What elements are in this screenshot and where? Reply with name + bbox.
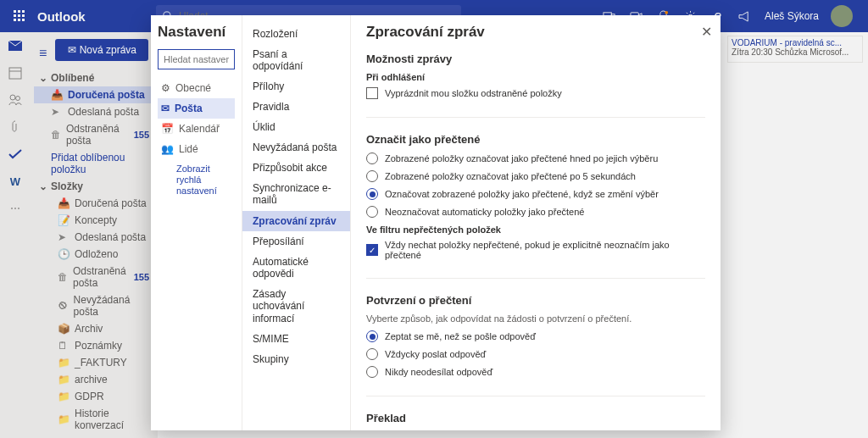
- section-head: Možnosti zprávy: [366, 53, 705, 65]
- empty-deleted-checkbox[interactable]: Vyprázdnit mou složku odstraněné položky: [366, 87, 705, 99]
- settings-search-input[interactable]: [158, 49, 235, 69]
- settings-category[interactable]: 📅Kalendář: [158, 119, 235, 139]
- settings-category[interactable]: 👥Lidé: [158, 139, 235, 159]
- settings-subcategory[interactable]: Zásady uchovávání informací: [242, 284, 350, 329]
- unread-filter-checkbox[interactable]: ✓Vždy nechat položky nepřečtené, pokud j…: [366, 240, 705, 260]
- settings-subcategory[interactable]: S/MIME: [242, 329, 350, 349]
- mark-read-option[interactable]: Zobrazené položky označovat jako přečten…: [366, 170, 705, 182]
- read-receipt-option[interactable]: Vždycky poslat odpověď: [366, 348, 705, 360]
- read-receipt-option[interactable]: Nikdy neodesílat odpověď: [366, 366, 705, 378]
- section-head: Označit jako přečtené: [366, 133, 705, 146]
- settings-subcategory[interactable]: Přeposílání: [242, 231, 350, 252]
- settings-subcategory[interactable]: Přizpůsobit akce: [242, 158, 350, 178]
- gear-icon: ⚙: [161, 82, 170, 94]
- section-head: Potvrzení o přečtení: [366, 294, 705, 307]
- settings-subcategory[interactable]: Zpracování zpráv: [242, 211, 350, 231]
- pane-title: Zpracování zpráv: [366, 24, 705, 41]
- settings-subcategory[interactable]: Skupiny: [242, 349, 350, 369]
- settings-subcategory[interactable]: Nevyžádaná pošta: [242, 137, 350, 158]
- mail-icon: ✉: [161, 103, 170, 114]
- people-icon: 👥: [161, 143, 174, 155]
- mark-read-option[interactable]: Označovat zobrazené položky jako přečten…: [366, 188, 705, 200]
- settings-dialog: Nastavení ⚙Obecné✉Pošta📅Kalendář👥Lidé Zo…: [151, 15, 721, 430]
- read-receipt-option[interactable]: Zeptat se mě, než se pošle odpověď: [366, 330, 705, 342]
- settings-subcategory[interactable]: Psaní a odpovídání: [242, 44, 350, 76]
- settings-category[interactable]: ✉Pošta: [158, 98, 235, 119]
- settings-subcategory[interactable]: Synchronizace e-mailů: [242, 178, 350, 211]
- calendar-icon: 📅: [161, 123, 174, 135]
- quick-settings-link[interactable]: Zobrazit rychlá nastavení: [158, 159, 235, 202]
- settings-subcategory[interactable]: Pravidla: [242, 97, 350, 117]
- settings-subcategory[interactable]: Úklid: [242, 117, 350, 137]
- settings-subcategory[interactable]: Rozložení: [242, 24, 350, 44]
- section-subhead: Ve filtru nepřečtených položek: [366, 225, 705, 235]
- close-icon[interactable]: ✕: [701, 24, 712, 40]
- mark-read-option[interactable]: Zobrazené položky označovat jako přečten…: [366, 152, 705, 164]
- mark-read-option[interactable]: Neoznačovat automaticky položky jako pře…: [366, 206, 705, 218]
- section-desc: Vyberte způsob, jak odpovídat na žádosti…: [366, 313, 705, 324]
- settings-subcategory[interactable]: Přílohy: [242, 76, 350, 97]
- section-head: Překlad: [366, 412, 705, 424]
- settings-subcategory[interactable]: Automatické odpovědi: [242, 252, 350, 284]
- settings-title: Nastavení: [158, 24, 235, 41]
- section-subhead: Při odhlášení: [366, 72, 705, 82]
- settings-category[interactable]: ⚙Obecné: [158, 78, 235, 98]
